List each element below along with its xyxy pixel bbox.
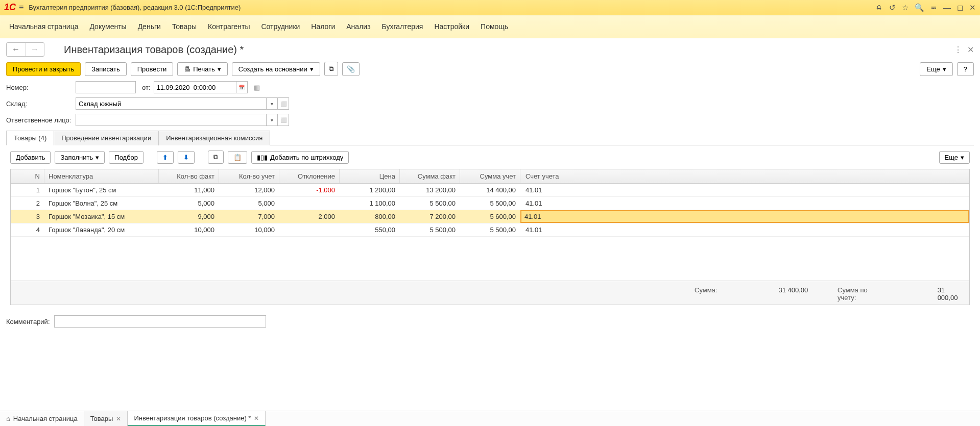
logo-1c: 1C (4, 2, 16, 13)
menu-counterparties[interactable]: Контрагенты (208, 22, 250, 31)
col-n[interactable]: N (11, 169, 44, 183)
filter-icon[interactable]: ≂ (930, 3, 937, 12)
tab-more-button[interactable]: Еще ▾ (939, 151, 970, 164)
minimize-icon[interactable]: — (943, 3, 951, 12)
number-input[interactable] (76, 81, 136, 93)
close-page-icon[interactable]: ✕ (967, 45, 974, 55)
col-qty-fact[interactable]: Кол-во факт (159, 169, 219, 183)
table-row[interactable]: 2Горшок "Волна", 25 см5,0005,0001 100,00… (11, 197, 969, 210)
tab-goods[interactable]: Товары (4) (6, 131, 54, 145)
col-sum-fact[interactable]: Сумма факт (400, 169, 460, 183)
printer-icon: 🖶 (184, 65, 190, 73)
cell-price: 800,00 (340, 210, 400, 223)
tab-conduct[interactable]: Проведение инвентаризации (54, 131, 159, 145)
move-up-icon[interactable]: ⬆ (157, 151, 174, 164)
star-icon[interactable]: ☆ (902, 3, 909, 12)
page-title: Инвентаризация товаров (создание) * (64, 44, 950, 56)
nav-back-icon[interactable]: ← (7, 43, 26, 56)
post-close-button[interactable]: Провести и закрыть (6, 62, 81, 76)
print-button[interactable]: 🖶Печать▾ (177, 62, 228, 76)
menu-home[interactable]: Начальная страница (9, 22, 78, 31)
dropdown-icon[interactable]: ▾ (267, 97, 278, 110)
add-button[interactable]: Добавить (10, 151, 51, 164)
tab-toolbar: Добавить Заполнить ▾ Подбор ⬆ ⬇ ⧉ 📋 ▮▯▮ … (6, 145, 974, 169)
menu-documents[interactable]: Документы (89, 22, 126, 31)
pick-button[interactable]: Подбор (109, 151, 144, 164)
close-window-icon[interactable]: ✕ (969, 3, 976, 12)
col-deviation[interactable]: Отклонение (279, 169, 340, 183)
open-ref-icon[interactable]: ⬜ (278, 97, 289, 110)
kebab-icon[interactable]: ⋮ (954, 45, 962, 55)
list-icon[interactable]: ▥ (254, 84, 260, 91)
menu-employees[interactable]: Сотрудники (261, 22, 300, 31)
nav-buttons: ← → (6, 42, 44, 57)
fill-button[interactable]: Заполнить ▾ (55, 151, 105, 164)
save-button[interactable]: Записать (85, 62, 127, 76)
table-row[interactable]: 3Горшок "Мозаика", 15 см9,0007,0002,0008… (11, 210, 969, 223)
attach-icon[interactable]: 📎 (342, 62, 360, 76)
warehouse-input[interactable] (76, 97, 267, 110)
dropdown-icon[interactable]: ▾ (267, 114, 278, 126)
cell-qty-fact: 11,000 (159, 184, 219, 196)
bell-icon[interactable]: 🕭 (875, 3, 883, 12)
maximize-icon[interactable]: ◻ (957, 3, 963, 12)
calendar-icon[interactable]: 📅 (236, 81, 248, 93)
hamburger-icon[interactable]: ≡ (19, 3, 23, 12)
chevron-down-icon: ▾ (95, 154, 99, 161)
barcode-button[interactable]: ▮▯▮ Добавить по штрихкоду (251, 151, 349, 164)
col-nom[interactable]: Номенклатура (44, 169, 159, 183)
number-label: Номер: (6, 84, 73, 91)
cell-sum-fact: 7 200,00 (400, 210, 460, 223)
cell-qty-acc: 12,000 (219, 184, 279, 196)
totals-bar: Сумма:31 400,00 Сумма по учету:31 000,00 (10, 281, 970, 305)
help-button[interactable]: ? (957, 62, 974, 76)
titlebar-actions: 🕭 ↺ ☆ 🔍 ≂ — ◻ ✕ (875, 3, 976, 12)
menu-settings[interactable]: Настройки (434, 22, 469, 31)
cell-qty-acc: 10,000 (219, 223, 279, 236)
more-button[interactable]: Еще ▾ (920, 62, 952, 76)
related-icon[interactable]: ⧉ (324, 62, 338, 76)
menu-taxes[interactable]: Налоги (311, 22, 335, 31)
titlebar: 1C ≡ Бухгалтерия предприятия (базовая), … (0, 0, 980, 15)
menu-goods[interactable]: Товары (172, 22, 197, 31)
menu-accounting[interactable]: Бухгалтерия (382, 22, 423, 31)
col-sum-acc[interactable]: Сумма учет (460, 169, 520, 183)
comment-input[interactable] (54, 315, 266, 328)
grid: N Номенклатура Кол-во факт Кол-во учет О… (10, 169, 970, 281)
warehouse-label: Склад: (6, 100, 73, 108)
chevron-down-icon: ▾ (961, 154, 964, 161)
create-based-button[interactable]: Создать на основании▾ (232, 62, 320, 76)
cell-sum-acc: 5 600,00 (460, 210, 520, 223)
cell-sum-fact: 13 200,00 (400, 184, 460, 196)
col-account[interactable]: Счет учета (520, 169, 969, 183)
cell-sum-fact: 5 500,00 (400, 223, 460, 236)
cell-n: 3 (11, 210, 44, 223)
cell-n: 4 (11, 223, 44, 236)
tab-commission[interactable]: Инвентаризационная комиссия (158, 131, 270, 145)
table-row[interactable]: 1Горшок "Бутон", 25 см11,00012,000-1,000… (11, 184, 969, 197)
table-row[interactable]: 4Горшок "Лаванда", 20 см10,00010,000550,… (11, 223, 969, 237)
nav-row: ← → Инвентаризация товаров (создание) * … (6, 42, 974, 57)
col-qty-acc[interactable]: Кол-во учет (219, 169, 279, 183)
move-down-icon[interactable]: ⬇ (178, 151, 195, 164)
col-price[interactable]: Цена (340, 169, 400, 183)
menu-money[interactable]: Деньги (138, 22, 161, 31)
menu-help[interactable]: Помощь (481, 22, 508, 31)
paste-icon[interactable]: 📋 (228, 151, 247, 164)
cell-qty-acc: 7,000 (219, 210, 279, 223)
nav-forward-icon[interactable]: → (26, 43, 44, 56)
history-icon[interactable]: ↺ (889, 3, 896, 12)
copy-icon[interactable]: ⧉ (208, 151, 224, 164)
open-ref-icon[interactable]: ⬜ (278, 114, 289, 126)
search-icon[interactable]: 🔍 (915, 3, 924, 12)
cell-n: 1 (11, 184, 44, 196)
responsible-input[interactable] (76, 114, 267, 126)
date-input[interactable] (154, 81, 236, 93)
menu-analysis[interactable]: Анализ (346, 22, 370, 31)
cell-account: 41.01 (520, 223, 969, 236)
cell-account[interactable]: 41.01 (520, 210, 969, 223)
print-label: Печать (193, 65, 215, 73)
toolbar: Провести и закрыть Записать Провести 🖶Пе… (6, 62, 974, 76)
post-button[interactable]: Провести (131, 62, 174, 76)
sum-acc-value: 31 000,00 (938, 286, 960, 302)
